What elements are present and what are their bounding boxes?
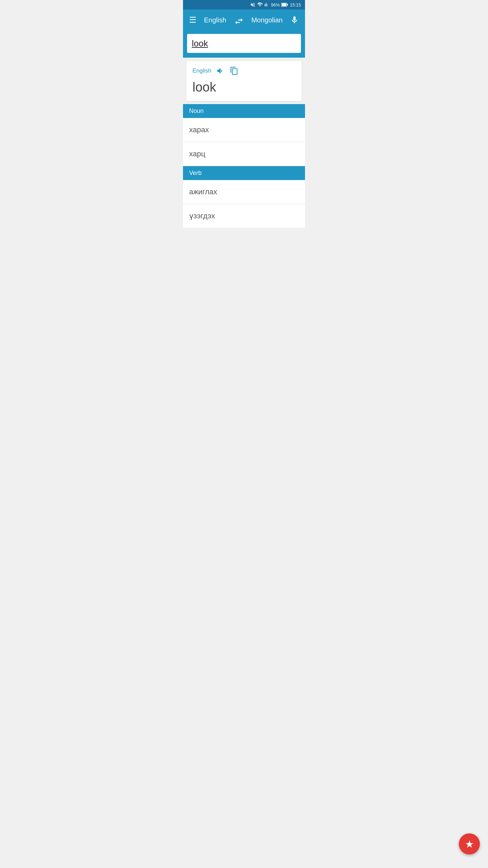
search-box bbox=[187, 34, 301, 53]
battery-text: 96% bbox=[271, 2, 280, 7]
svg-rect-2 bbox=[287, 4, 288, 6]
svg-point-3 bbox=[302, 39, 305, 48]
section-header-verb: Verb bbox=[183, 166, 305, 180]
card-lang-label: English bbox=[192, 67, 211, 74]
battery-icon bbox=[281, 2, 288, 7]
speaker-button[interactable] bbox=[216, 66, 225, 75]
card-header: English bbox=[192, 66, 296, 75]
swap-languages-button[interactable] bbox=[234, 16, 244, 24]
time-text: 15:15 bbox=[290, 2, 301, 7]
wifi-icon bbox=[257, 2, 263, 7]
clear-search-button[interactable] bbox=[302, 38, 305, 49]
status-icons: 96% 15:15 bbox=[250, 2, 301, 7]
mute-icon bbox=[250, 2, 256, 7]
copy-button[interactable] bbox=[230, 66, 239, 75]
translation-item[interactable]: харц bbox=[183, 142, 305, 166]
svg-rect-1 bbox=[282, 3, 286, 6]
translation-item[interactable]: үзэгдэх bbox=[183, 204, 305, 228]
status-bar: 96% 15:15 bbox=[183, 0, 305, 9]
translation-item[interactable]: ажиглах bbox=[183, 180, 305, 204]
source-word: look bbox=[192, 80, 296, 95]
section-header-noun: Noun bbox=[183, 104, 305, 118]
translation-item[interactable]: харах bbox=[183, 118, 305, 142]
results-list: NounхараххарцVerbажиглахүзэгдэх bbox=[183, 104, 305, 228]
search-input[interactable] bbox=[192, 38, 302, 49]
signal-icon bbox=[264, 2, 269, 7]
lang-from-button[interactable]: English bbox=[204, 16, 226, 24]
translation-card: English look bbox=[186, 61, 302, 101]
microphone-button[interactable] bbox=[290, 16, 299, 24]
nav-bar: ☰ English Mongolian bbox=[183, 9, 305, 31]
menu-button[interactable]: ☰ bbox=[189, 16, 197, 24]
lang-to-button[interactable]: Mongolian bbox=[251, 16, 283, 24]
search-container bbox=[183, 31, 305, 58]
